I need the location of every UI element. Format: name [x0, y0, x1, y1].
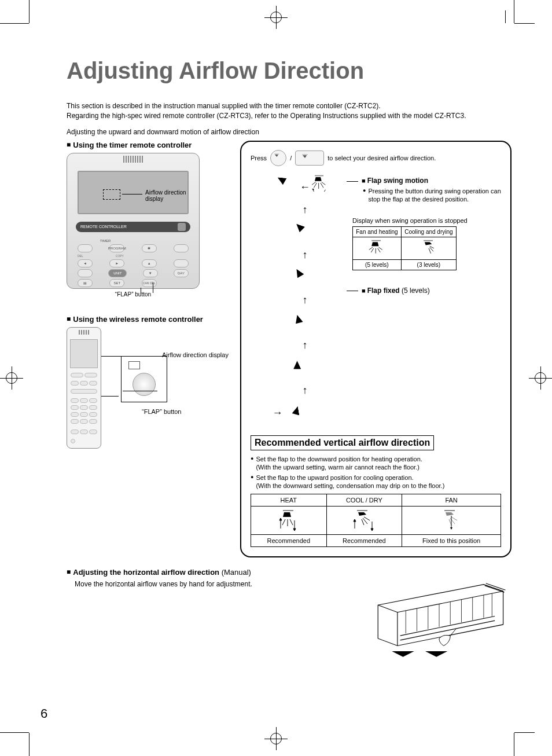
swing-note: Pressing the button during swing operati… — [363, 187, 501, 204]
wireless-airflow-label: Airflow direction display — [162, 351, 229, 358]
recommended-table: HEAT COOL / DRY FAN Recommended Recommen… — [251, 494, 501, 547]
intro-text: This section is described in the instruc… — [67, 101, 500, 121]
svg-line-38 — [449, 519, 451, 525]
svg-rect-15 — [424, 240, 433, 241]
svg-line-5 — [321, 183, 323, 188]
remote-button — [174, 259, 189, 267]
td-rec2: Recommended — [326, 534, 402, 546]
recommended-heading: Recommended vertical airflow direction — [251, 435, 434, 450]
svg-line-14 — [379, 247, 382, 249]
flap-button-closeup — [121, 356, 167, 402]
page-title: Adjusting Airflow Direction — [67, 58, 511, 84]
svg-line-18 — [429, 248, 431, 254]
svg-marker-26 — [293, 529, 296, 531]
wireless-screen — [70, 339, 98, 368]
airflow-direction-icon — [103, 189, 120, 200]
flap-level-icon — [292, 265, 318, 291]
svg-line-21 — [282, 519, 285, 525]
airflow-display-label: Airflow direction display — [145, 189, 187, 202]
wireless-flap-caption: “FLAP” button — [142, 408, 181, 415]
section-wireless-heading: Using the wireless remote controller — [67, 315, 234, 324]
unit-button: UNIT — [108, 269, 127, 277]
remote-button — [78, 244, 93, 252]
remote-button: ▲ — [142, 259, 157, 267]
airflow-direction-panel: Press / to select your desired airflow d… — [240, 141, 511, 557]
swing-icon — [310, 174, 336, 200]
day-button: DAY — [174, 269, 189, 277]
flap-button-caption: “FLAP” button — [115, 291, 151, 298]
subhead-text: Adjusting the upward and downward motion… — [67, 128, 511, 136]
press-label: Press — [251, 155, 267, 162]
power-icon — [178, 223, 186, 231]
flap-level-icon — [292, 355, 318, 381]
remote-button: ▼ — [143, 269, 158, 277]
svg-marker-55 — [392, 651, 414, 657]
wireless-remote-illustration — [67, 327, 101, 449]
page-number: 6 — [41, 706, 47, 721]
levels-3: (3 levels) — [401, 260, 456, 270]
svg-rect-19 — [283, 510, 293, 511]
remote-button — [174, 244, 189, 252]
flap-button-icon-rect — [295, 151, 324, 166]
wired-remote-illustration: Airflow direction display REMOTE CONTROL… — [67, 153, 200, 289]
wired-screen: Airflow direction display — [78, 171, 189, 214]
rec-bullet-2: Set the flap to the upward position for … — [251, 474, 501, 490]
remote-button: ► — [109, 259, 124, 267]
svg-line-6 — [312, 182, 316, 185]
svg-rect-9 — [372, 240, 381, 241]
svg-marker-34 — [371, 529, 373, 531]
svg-rect-1 — [302, 154, 308, 155]
cancel-button: CAN CEL — [142, 279, 157, 287]
svg-marker-25 — [279, 518, 282, 520]
svg-line-29 — [363, 518, 367, 524]
remote-button: ✱ — [142, 244, 157, 252]
svg-line-28 — [364, 517, 370, 520]
svg-line-11 — [371, 248, 374, 252]
svg-line-36 — [451, 517, 457, 520]
svg-line-30 — [362, 519, 364, 525]
remote-button: ▤ — [78, 279, 93, 287]
remote-button — [78, 269, 93, 277]
flap-level-icon — [274, 174, 300, 200]
levels-5: (5 levels) — [353, 260, 402, 270]
set-button: SET — [109, 279, 124, 287]
intro-line1: This section is described in the instruc… — [67, 102, 381, 110]
svg-line-22 — [290, 519, 293, 525]
flap-button-icon — [270, 150, 286, 166]
swing-heading: Flap swing motion — [362, 177, 428, 185]
svg-rect-27 — [357, 510, 367, 511]
svg-line-37 — [450, 518, 455, 524]
td-rec3: Fixed to this position — [402, 534, 501, 546]
indoor-unit-illustration — [367, 580, 511, 658]
svg-rect-0 — [274, 153, 279, 154]
svg-line-13 — [369, 247, 373, 249]
section-timer-heading: Using the timer remote controller — [67, 141, 234, 149]
th-heat: HEAT — [251, 494, 327, 506]
svg-rect-2 — [315, 175, 323, 176]
svg-line-12 — [378, 248, 380, 252]
col-cooling-drying: Cooling and drying — [401, 227, 456, 237]
svg-marker-56 — [425, 651, 447, 657]
press-text: to select your desired airflow direction… — [327, 155, 436, 162]
flap-level-icon — [292, 400, 318, 426]
flap-level-icon — [292, 219, 318, 245]
stopped-label: Display when swing operation is stopped — [352, 217, 501, 224]
svg-marker-40 — [450, 527, 452, 530]
svg-rect-35 — [444, 510, 455, 511]
rec-bullet-1: Set the flap to the downward position fo… — [251, 455, 501, 472]
flap-round-button — [133, 373, 156, 396]
td-rec1: Recommended — [251, 534, 327, 546]
separator: / — [290, 155, 292, 162]
remote-button: ◄ — [78, 259, 93, 267]
swing-stopped-table: Fan and heating Cooling and drying (5 le… — [352, 226, 457, 270]
program-button: PROGRAM — [109, 244, 124, 252]
th-cool: COOL / DRY — [326, 494, 402, 506]
fixed-heading: Flap fixed (5 levels) — [362, 287, 430, 295]
remote-label-bar: REMOTE CONTROLLER — [76, 222, 190, 232]
horiz-heading: Adjusting the horizontal airflow directi… — [67, 568, 511, 577]
col-fan-heating: Fan and heating — [353, 227, 402, 237]
svg-marker-33 — [354, 519, 356, 522]
svg-line-4 — [314, 183, 317, 188]
horiz-text: Move the horizontal airflow vanes by han… — [75, 580, 349, 588]
svg-line-7 — [322, 182, 326, 185]
